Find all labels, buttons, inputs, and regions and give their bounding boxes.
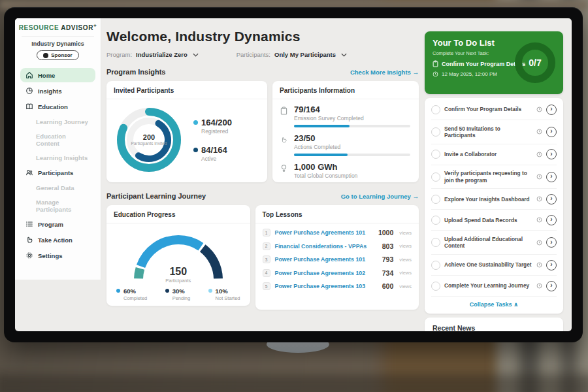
lesson-link[interactable]: Power Purchase Agreements 101 bbox=[275, 229, 374, 236]
sponsor-badge[interactable]: Sponsor bbox=[37, 50, 78, 60]
views-count: 600 bbox=[382, 282, 394, 290]
task-checkbox[interactable] bbox=[431, 282, 440, 291]
todo-progress-ring: 0/7 bbox=[515, 42, 555, 83]
task-checkbox[interactable] bbox=[431, 105, 440, 114]
sidebar-item-learning-journey[interactable]: Learning Journey bbox=[20, 115, 95, 128]
rank-badge: 5 bbox=[263, 282, 270, 290]
learning-journey-header: Participant Learning Journey Go to Learn… bbox=[106, 192, 419, 200]
gauge-legend: 60% Completed 30% Pending 10% Not Starte… bbox=[114, 287, 243, 301]
views-suffix: views bbox=[399, 270, 412, 276]
clock-icon bbox=[433, 71, 438, 77]
legend-item-not-started: 10% Not Started bbox=[208, 287, 240, 301]
metric-label: Total Global Consumption bbox=[294, 172, 412, 179]
go-to-learning-journey-link[interactable]: Go to Learning Journey → bbox=[341, 193, 419, 200]
task-checkbox[interactable] bbox=[431, 150, 440, 159]
actions-completed-row: 23/50 Actions Completed bbox=[280, 133, 412, 156]
task-row[interactable]: Confirm Your Program Details › bbox=[431, 99, 557, 120]
program-insights-header: Program Insights Check More Insights → bbox=[106, 68, 419, 76]
task-label: Upload Additional Educational Content bbox=[444, 236, 532, 250]
sponsor-badge-label: Sponsor bbox=[51, 52, 72, 58]
task-open-button[interactable]: › bbox=[546, 194, 557, 204]
program-filter[interactable]: Program: Industrialize Zero bbox=[106, 51, 199, 58]
divider bbox=[272, 99, 419, 99]
sidebar-item-learning-insights[interactable]: Learning Insights bbox=[20, 151, 95, 164]
dashboard-screen: RESOURCE ADVISOR+ Industry Dynamics Spon… bbox=[15, 18, 572, 331]
sidebar-item-take-action[interactable]: Take Action bbox=[20, 233, 95, 247]
participants-icon bbox=[25, 169, 33, 176]
task-checkbox[interactable] bbox=[431, 216, 440, 225]
collapse-tasks-link[interactable]: Collapse Tasks ∧ bbox=[431, 297, 557, 310]
progress-fill bbox=[294, 154, 348, 156]
sidebar-item-education-content[interactable]: Education Content bbox=[20, 129, 95, 150]
sidebar-item-general-data[interactable]: General Data bbox=[20, 181, 95, 194]
sidebar-item-label: Learning Insights bbox=[36, 154, 88, 161]
metric-label: Actions Completed bbox=[294, 144, 412, 150]
clipboard-icon bbox=[433, 60, 438, 67]
card-title: Invited Participants bbox=[114, 87, 260, 94]
sidebar-item-participants[interactable]: Participants bbox=[20, 165, 95, 180]
sidebar-item-label: Insights bbox=[38, 88, 61, 95]
task-open-button[interactable]: › bbox=[546, 260, 557, 270]
task-row[interactable]: Send 50 Invitations to Participants › bbox=[431, 120, 557, 144]
legend-dot bbox=[165, 289, 169, 293]
task-checkbox[interactable] bbox=[431, 238, 440, 247]
sidebar-item-label: Manage Participants bbox=[36, 199, 90, 213]
task-row[interactable]: Explore Your Insights Dashboard › bbox=[431, 189, 557, 210]
task-checkbox[interactable] bbox=[431, 127, 440, 137]
divider bbox=[255, 223, 419, 223]
clock-icon bbox=[536, 129, 542, 135]
page-title: Welcome, Industry Dynamics bbox=[106, 29, 419, 44]
task-open-button[interactable]: › bbox=[546, 237, 557, 248]
task-row[interactable]: Upload Spend Data Records › bbox=[431, 210, 557, 231]
sidebar-item-settings[interactable]: Settings bbox=[20, 248, 95, 263]
consumption-icon bbox=[280, 163, 287, 175]
clock-icon bbox=[536, 283, 542, 289]
task-row[interactable]: Upload Additional Educational Content › bbox=[431, 231, 557, 255]
sidebar-item-program[interactable]: Program bbox=[20, 217, 95, 231]
lesson-link[interactable]: Power Purchase Agreements 103 bbox=[275, 283, 378, 289]
sidebar-item-home[interactable]: Home bbox=[20, 68, 95, 82]
task-open-button[interactable]: › bbox=[546, 281, 557, 291]
check-more-insights-link[interactable]: Check More Insights → bbox=[350, 69, 419, 76]
sidebar-item-label: Learning Journey bbox=[36, 118, 88, 125]
task-row[interactable]: Complete Your Learning Journey › bbox=[431, 276, 557, 297]
sidebar-item-education[interactable]: Education bbox=[20, 99, 95, 114]
logo-plus: + bbox=[93, 23, 97, 29]
app-logo: RESOURCE ADVISOR+ bbox=[15, 23, 101, 31]
chevron-up-icon: ∧ bbox=[514, 301, 518, 308]
lesson-link[interactable]: Power Purchase Agreements 101 bbox=[275, 256, 378, 263]
lesson-link[interactable]: Financial Considerations - VPPAs bbox=[275, 243, 378, 250]
participants-filter[interactable]: Participants: Only My Participants bbox=[237, 51, 347, 58]
sidebar-item-label: Education Content bbox=[36, 133, 90, 147]
lesson-link[interactable]: Power Purchase Agreements 102 bbox=[275, 270, 378, 276]
legend-label: Pending bbox=[172, 295, 191, 301]
section-title: Participant Learning Journey bbox=[106, 192, 206, 200]
legend-dot bbox=[193, 148, 198, 152]
rank-badge: 1 bbox=[263, 229, 270, 237]
task-open-button[interactable]: › bbox=[546, 215, 557, 225]
task-row[interactable]: Verify participants requesting to join t… bbox=[431, 165, 557, 189]
task-row[interactable]: Achieve One Sustainability Target › bbox=[431, 255, 557, 276]
top-lessons-card: Top Lessons 1 Power Purchase Agreements … bbox=[255, 205, 419, 310]
task-open-button[interactable]: › bbox=[546, 149, 557, 159]
sidebar-item-label: Take Action bbox=[38, 237, 73, 244]
task-checkbox[interactable] bbox=[431, 261, 440, 270]
task-open-button[interactable]: › bbox=[546, 172, 557, 182]
task-label: Upload Spend Data Records bbox=[444, 217, 532, 223]
main-content: Welcome, Industry Dynamics Program: Indu… bbox=[106, 18, 419, 310]
legend-pct: 60% bbox=[123, 287, 147, 295]
views-count: 793 bbox=[382, 255, 394, 263]
task-open-button[interactable]: › bbox=[546, 105, 557, 115]
metric-value: 23/50 bbox=[294, 133, 412, 143]
clock-icon bbox=[536, 217, 542, 223]
invited-participants-card: Invited Participants 200 Participants In… bbox=[106, 81, 267, 182]
task-checkbox[interactable] bbox=[431, 172, 440, 182]
sidebar-item-manage-participants[interactable]: Manage Participants bbox=[20, 195, 95, 216]
emission-survey-row: 79/164 Emission Survey Completed bbox=[280, 105, 412, 127]
task-open-button[interactable]: › bbox=[546, 127, 557, 137]
task-checkbox[interactable] bbox=[431, 195, 440, 204]
logo-text-secondary: ADVISOR bbox=[61, 24, 93, 31]
sidebar-item-insights[interactable]: Insights bbox=[20, 84, 95, 98]
task-row[interactable]: Invite a Collaborator › bbox=[431, 144, 557, 165]
clock-icon bbox=[536, 240, 542, 246]
